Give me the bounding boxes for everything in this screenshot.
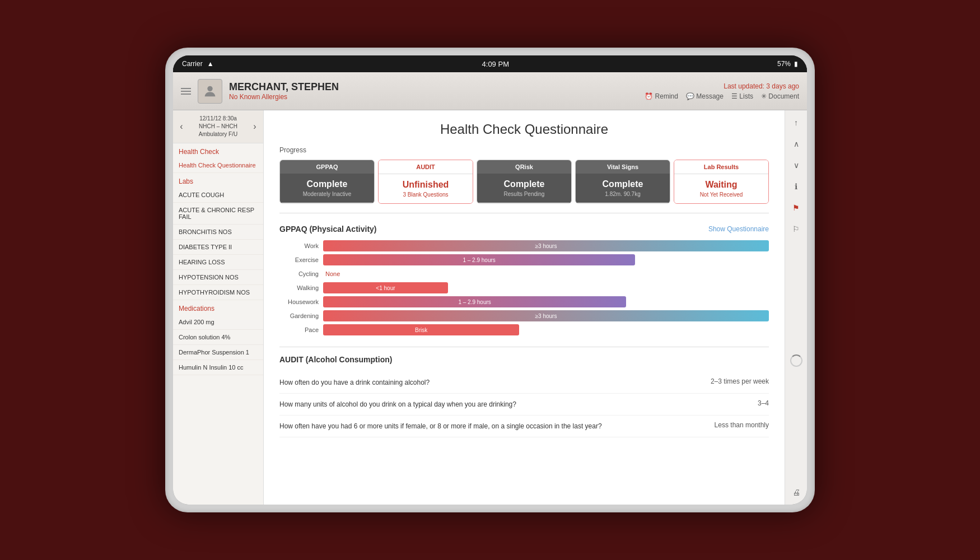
bar-row-exercise: Exercise 1 – 2.9 hours <box>279 254 769 265</box>
progress-cards: GPPAQ Complete Moderately Inactive AUDIT <box>279 160 769 213</box>
bar-label-walking: Walking <box>279 284 319 291</box>
scroll-up-button[interactable]: ∧ <box>788 136 804 152</box>
bar-row-walking: Walking <1 hour <box>279 282 769 293</box>
bar-row-housework: Housework 1 – 2.9 hours <box>279 296 769 307</box>
progress-card-vital-signs[interactable]: Vital Signs Complete 1.82m. 90.7kg <box>575 160 670 204</box>
progress-card-lab-results[interactable]: Lab Results Waiting Not Yet Received <box>674 160 769 204</box>
bar-label-pace: Pace <box>279 326 319 333</box>
svg-point-0 <box>207 86 212 91</box>
sidebar-item-dermaphor[interactable]: DermaPhor Suspension 1 <box>173 345 263 360</box>
page-title: Health Check Questionnaire <box>279 122 769 137</box>
sidebar-item-acute-chronic[interactable]: ACUTE & CHRONIC RESP FAIL <box>173 203 263 225</box>
bar-exercise: 1 – 2.9 hours <box>323 254 635 265</box>
sidebar-item-humulin[interactable]: Humulin N Insulin 10 cc <box>173 360 263 375</box>
audit-row-1: How many units of alcohol do you drink o… <box>279 394 769 416</box>
message-button[interactable]: 💬 Message <box>686 92 724 100</box>
remind-button[interactable]: ⏰ Remind <box>645 92 678 100</box>
card-header-audit: AUDIT <box>379 160 473 174</box>
left-sidebar: ‹ 12/11/12 8:30a NHCH – NHCH Ambulatory … <box>173 110 264 505</box>
audit-section: AUDIT (Alcohol Consumption) How often do… <box>279 347 769 437</box>
wifi-icon: ▲ <box>207 60 214 68</box>
bar-container-exercise: 1 – 2.9 hours <box>323 254 769 265</box>
card-sub-vital-signs: 1.82m. 90.7kg <box>579 191 666 197</box>
progress-card-qrisk[interactable]: QRisk Complete Results Pending <box>477 160 572 204</box>
audit-answer-1: 3–4 <box>758 399 769 407</box>
progress-label: Progress <box>279 146 769 154</box>
main-content: Health Check Questionnaire Progress GPPA… <box>264 110 785 505</box>
sidebar-item-hypothyroidism[interactable]: HYPOTHYROIDISM NOS <box>173 285 263 300</box>
next-visit-button[interactable]: › <box>250 122 260 132</box>
bar-container-work: ≥3 hours <box>323 240 769 251</box>
carrier-text: Carrier <box>182 60 203 68</box>
last-updated: Last updated: 3 days ago <box>645 82 799 90</box>
sidebar-item-health-check-questionnaire[interactable]: Health Check Questionnaire <box>173 158 263 173</box>
progress-card-gppaq[interactable]: GPPAQ Complete Moderately Inactive <box>279 160 375 204</box>
upload-button[interactable]: ↑ <box>788 115 804 130</box>
menu-icon[interactable] <box>181 88 191 95</box>
show-questionnaire-button[interactable]: Show Questionnaire <box>708 225 769 233</box>
info-button[interactable]: ℹ <box>788 179 804 194</box>
sidebar-item-diabetes[interactable]: DIABETES TYPE II <box>173 240 263 255</box>
bar-container-housework: 1 – 2.9 hours <box>323 296 769 307</box>
bar-label-gardening: Gardening <box>279 312 319 319</box>
gppaq-section: GPPAQ (Physical Activity) Show Questionn… <box>279 225 769 335</box>
audit-row-0: How often do you have a drink containing… <box>279 372 769 394</box>
bar-label-housework: Housework <box>279 298 319 305</box>
sidebar-item-hearing-loss[interactable]: HEARING LOSS <box>173 255 263 270</box>
sidebar-item-crolon[interactable]: Crolon solution 4% <box>173 330 263 345</box>
battery-text: 57% <box>777 60 791 68</box>
sidebar-item-advil[interactable]: Advil 200 mg <box>173 315 263 330</box>
card-body-audit: Unfinished 3 Blank Questions <box>379 174 473 203</box>
audit-section-title: AUDIT (Alcohol Consumption) <box>279 355 769 364</box>
bar-row-gardening: Gardening ≥3 hours <box>279 310 769 321</box>
bar-row-work: Work ≥3 hours <box>279 240 769 251</box>
sidebar-item-acute-cough[interactable]: ACUTE COUGH <box>173 188 263 203</box>
progress-section: Progress GPPAQ Complete Moderately Inact… <box>279 146 769 213</box>
card-status-qrisk: Complete <box>480 179 568 189</box>
battery-icon: ▮ <box>794 60 798 68</box>
card-body-qrisk: Complete Results Pending <box>477 174 571 203</box>
document-button[interactable]: ✳ Document <box>761 92 799 100</box>
sidebar-item-hypotension[interactable]: HYPOTENSION NOS <box>173 270 263 285</box>
flag-red-button[interactable]: ⚑ <box>788 200 804 216</box>
bar-gardening: ≥3 hours <box>323 310 769 321</box>
prev-visit-button[interactable]: ‹ <box>176 122 186 132</box>
bar-container-cycling: None <box>323 268 769 279</box>
bar-row-cycling: Cycling None <box>279 268 769 279</box>
patient-allergy: No Known Allergies <box>229 93 638 101</box>
visit-nav: ‹ 12/11/12 8:30a NHCH – NHCH Ambulatory … <box>173 110 263 143</box>
sidebar-section-labs: Labs <box>173 173 263 188</box>
audit-question-1: How many units of alcohol do you drink o… <box>279 399 516 409</box>
sidebar-section-health-check: Health Check <box>173 143 263 158</box>
card-body-lab-results: Waiting Not Yet Received <box>674 174 768 203</box>
card-status-audit: Unfinished <box>382 180 469 190</box>
lists-button[interactable]: ☰ Lists <box>731 92 753 100</box>
bar-container-pace: Brisk <box>323 324 769 335</box>
visit-info: 12/11/12 8:30a NHCH – NHCH Ambulatory F/… <box>186 115 250 138</box>
card-sub-lab-results: Not Yet Received <box>678 192 765 198</box>
patient-header: MERCHANT, STEPHEN No Known Allergies Las… <box>173 72 807 110</box>
flag-gray-button[interactable]: ⚐ <box>788 221 804 237</box>
card-sub-audit: 3 Blank Questions <box>382 192 469 198</box>
avatar <box>198 79 222 104</box>
progress-card-audit[interactable]: AUDIT Unfinished 3 Blank Questions <box>378 160 473 204</box>
audit-answer-2: Less than monthly <box>715 421 769 429</box>
bar-housework: 1 – 2.9 hours <box>323 296 626 307</box>
card-status-gppaq: Complete <box>283 179 371 189</box>
spinner-container <box>790 242 802 479</box>
bar-walking: <1 hour <box>323 282 448 293</box>
header-right: Last updated: 3 days ago ⏰ Remind 💬 Mess… <box>645 82 799 100</box>
audit-question-0: How often do you have a drink containing… <box>279 377 430 388</box>
audit-question-2: How often have you had 6 or more units i… <box>279 421 602 431</box>
card-sub-gppaq: Moderately Inactive <box>283 191 371 197</box>
card-header-vital-signs: Vital Signs <box>576 160 670 174</box>
print-button[interactable]: 🖨 <box>788 484 804 500</box>
time-display: 4:09 PM <box>482 60 509 68</box>
status-bar: Carrier ▲ 4:09 PM 57% ▮ <box>173 55 807 72</box>
card-header-lab-results: Lab Results <box>674 160 768 174</box>
sidebar-item-bronchitis[interactable]: BRONCHITIS NOS <box>173 225 263 240</box>
bar-container-gardening: ≥3 hours <box>323 310 769 321</box>
bar-cycling-none: None <box>323 270 342 277</box>
scroll-down-button[interactable]: ∨ <box>788 157 804 173</box>
card-sub-qrisk: Results Pending <box>480 191 568 197</box>
